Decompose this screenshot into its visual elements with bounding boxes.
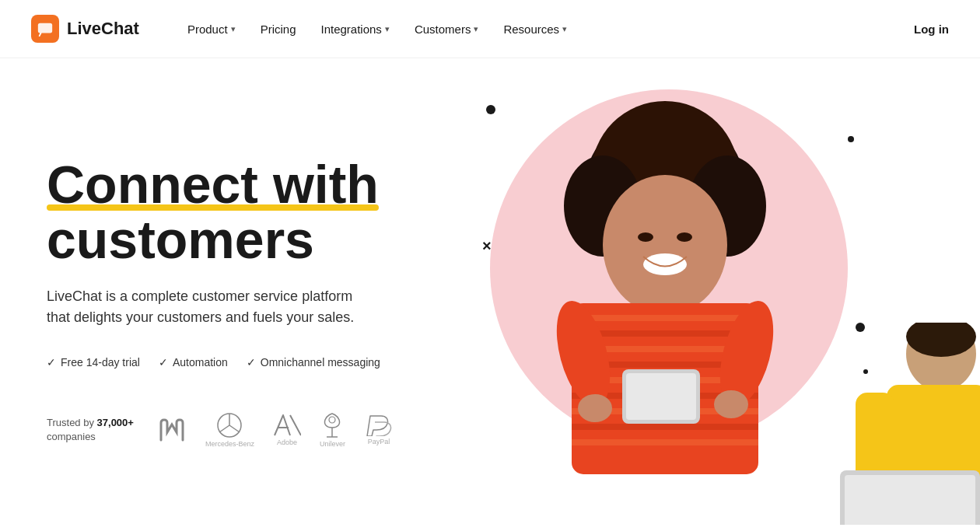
logo-text: LiveChat bbox=[67, 19, 139, 39]
svg-point-24 bbox=[578, 394, 612, 422]
brand-adobe-label: Adobe bbox=[277, 438, 297, 446]
second-person-illustration bbox=[809, 323, 980, 525]
svg-point-10 bbox=[638, 232, 653, 242]
brand-unilever-label: Unilever bbox=[320, 440, 345, 448]
chevron-down-icon: ▾ bbox=[385, 24, 390, 34]
brand-mercedes: Mercedes-Benz bbox=[205, 412, 254, 448]
deco-dot bbox=[848, 136, 854, 142]
brand-paypal-label: PayPal bbox=[368, 438, 390, 445]
svg-rect-21 bbox=[572, 439, 758, 445]
chevron-down-icon: ▾ bbox=[474, 24, 478, 34]
brand-unilever: Unilever bbox=[320, 412, 345, 448]
trust-bar: Trusted by 37,000+ companies Mercedes-Be bbox=[47, 412, 420, 448]
logo-icon bbox=[31, 15, 59, 43]
trust-count: 37,000+ bbox=[97, 417, 134, 428]
nav-product[interactable]: Product ▾ bbox=[178, 16, 245, 42]
brand-mercedes-label: Mercedes-Benz bbox=[205, 440, 254, 448]
check-icon: ✓ bbox=[247, 356, 256, 369]
deco-cross: × bbox=[482, 237, 492, 255]
deco-dot bbox=[486, 105, 495, 114]
svg-rect-20 bbox=[572, 424, 758, 430]
woman-illustration bbox=[502, 82, 828, 494]
check-icon: ✓ bbox=[47, 356, 56, 369]
svg-point-2 bbox=[329, 417, 335, 423]
brand-paypal: PayPal bbox=[364, 414, 394, 445]
svg-rect-13 bbox=[572, 315, 758, 321]
brand-adobe: Adobe bbox=[273, 414, 301, 446]
feature-trial: ✓ Free 14-day trial bbox=[47, 356, 140, 369]
brand-mcdonalds bbox=[157, 418, 187, 442]
svg-point-25 bbox=[714, 390, 748, 418]
login-button[interactable]: Log in bbox=[914, 23, 949, 36]
nav-pricing[interactable]: Pricing bbox=[251, 16, 306, 42]
logo[interactable]: LiveChat bbox=[31, 15, 139, 43]
nav-resources[interactable]: Resources ▾ bbox=[494, 16, 576, 42]
navbar: LiveChat Product ▾ Pricing Integrations … bbox=[0, 0, 980, 58]
svg-rect-33 bbox=[845, 475, 975, 525]
svg-rect-27 bbox=[626, 373, 696, 420]
hero-subtext: LiveChat is a complete customer service … bbox=[47, 286, 373, 328]
trust-text: Trusted by 37,000+ companies bbox=[47, 416, 134, 444]
svg-point-8 bbox=[603, 175, 727, 315]
hero-features: ✓ Free 14-day trial ✓ Automation ✓ Omnic… bbox=[47, 356, 420, 369]
nav-links: Product ▾ Pricing Integrations ▾ Custome… bbox=[178, 16, 914, 42]
hero-section: Connect with customers LiveChat is a com… bbox=[0, 58, 980, 531]
hero-heading: Connect with customers bbox=[47, 157, 420, 268]
hero-image: × bbox=[451, 58, 980, 531]
check-icon: ✓ bbox=[159, 356, 168, 369]
heading-line2: customers bbox=[47, 210, 314, 269]
svg-point-9 bbox=[643, 253, 687, 275]
heading-line1: Connect with bbox=[47, 157, 379, 212]
svg-rect-0 bbox=[38, 23, 52, 33]
nav-customers[interactable]: Customers ▾ bbox=[405, 16, 488, 42]
chevron-down-icon: ▾ bbox=[231, 24, 236, 34]
svg-point-11 bbox=[677, 232, 692, 242]
hero-content: Connect with customers LiveChat is a com… bbox=[0, 58, 451, 531]
nav-integrations[interactable]: Integrations ▾ bbox=[311, 16, 398, 42]
feature-automation: ✓ Automation bbox=[159, 356, 228, 369]
feature-omnichannel: ✓ Omnichannel messaging bbox=[247, 356, 380, 369]
brand-logos: Mercedes-Benz Adobe bbox=[157, 412, 394, 448]
chevron-down-icon: ▾ bbox=[562, 24, 567, 34]
